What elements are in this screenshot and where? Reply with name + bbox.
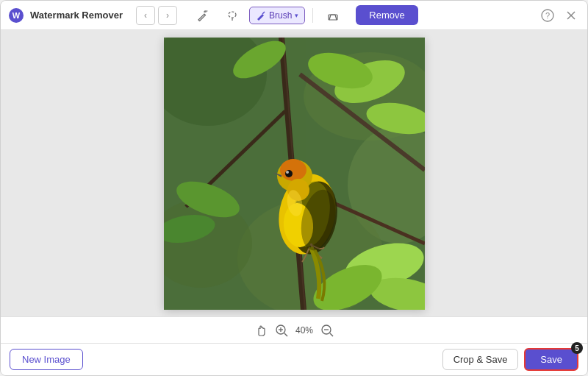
svg-point-39 (280, 159, 306, 181)
close-icon (565, 10, 577, 21)
help-button[interactable]: ? (539, 7, 556, 24)
remove-button[interactable]: Remove (356, 5, 417, 25)
close-button[interactable] (562, 7, 580, 24)
magic-wand-button[interactable] (190, 6, 215, 25)
zoom-out-button[interactable] (320, 324, 334, 337)
svg-text:?: ? (545, 11, 550, 20)
zoom-level: 40% (295, 325, 313, 336)
svg-line-48 (284, 333, 287, 336)
back-button[interactable]: ‹ (136, 6, 155, 25)
main-image (164, 38, 425, 310)
svg-text:W: W (12, 11, 21, 20)
brush-label: Brush (269, 10, 292, 21)
zoom-in-button[interactable] (275, 324, 288, 337)
bottom-right: Crop & Save Save 5 (442, 348, 578, 371)
lasso-icon (226, 10, 238, 21)
zoom-bar: 40% (1, 316, 587, 343)
magic-wand-icon (197, 10, 209, 21)
save-button[interactable]: Save (524, 348, 578, 371)
hand-tool-button[interactable] (254, 324, 268, 337)
hand-icon (254, 324, 268, 337)
title-left: W Watermark Remover ‹ › (8, 5, 418, 25)
lasso-button[interactable] (220, 6, 245, 25)
eraser-icon (327, 10, 339, 21)
image-container (164, 38, 425, 310)
title-bar: W Watermark Remover ‹ › (1, 1, 587, 30)
forward-button[interactable]: › (158, 6, 177, 25)
toolbar-separator (312, 8, 313, 23)
app-title: Watermark Remover (30, 10, 123, 21)
title-right: ? (539, 7, 580, 24)
bottom-bar: New Image Crop & Save Save 5 (1, 343, 587, 375)
brush-button[interactable]: Brush ▾ (249, 7, 305, 24)
toolbar: Brush ▾ Remove (190, 5, 418, 25)
crop-save-button[interactable]: Crop & Save (442, 349, 519, 370)
svg-point-5 (229, 12, 236, 18)
zoom-out-icon (320, 324, 334, 337)
badge-5: 5 (571, 342, 583, 354)
canvas-area[interactable] (1, 30, 587, 316)
nav-controls: ‹ › (136, 6, 177, 25)
app-logo-icon: W (8, 7, 24, 24)
zoom-in-icon (275, 324, 288, 337)
svg-point-41 (286, 171, 289, 174)
svg-line-7 (262, 12, 265, 14)
new-image-button[interactable]: New Image (10, 349, 83, 370)
svg-line-51 (330, 333, 333, 336)
svg-point-40 (285, 170, 293, 177)
eraser-button[interactable] (320, 6, 345, 25)
brush-icon (256, 10, 266, 21)
brush-dropdown-icon: ▾ (295, 12, 298, 19)
help-icon: ? (541, 9, 554, 22)
